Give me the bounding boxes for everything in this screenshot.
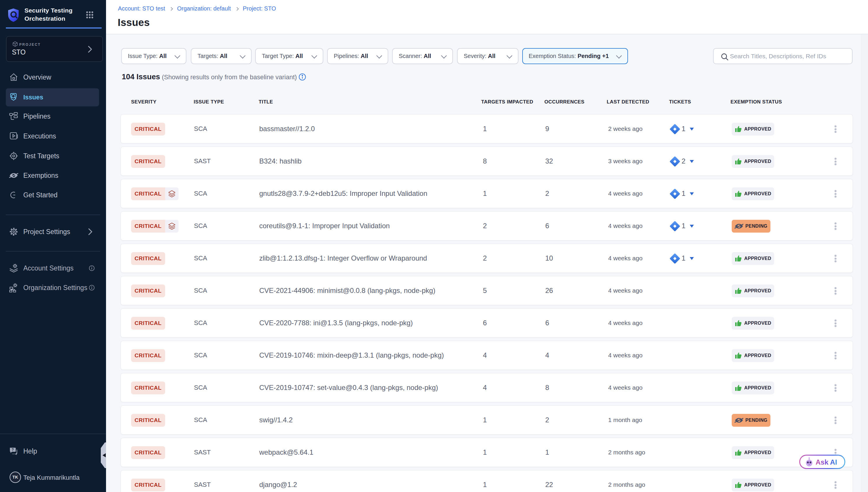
svg-text:?: ? (12, 448, 14, 452)
